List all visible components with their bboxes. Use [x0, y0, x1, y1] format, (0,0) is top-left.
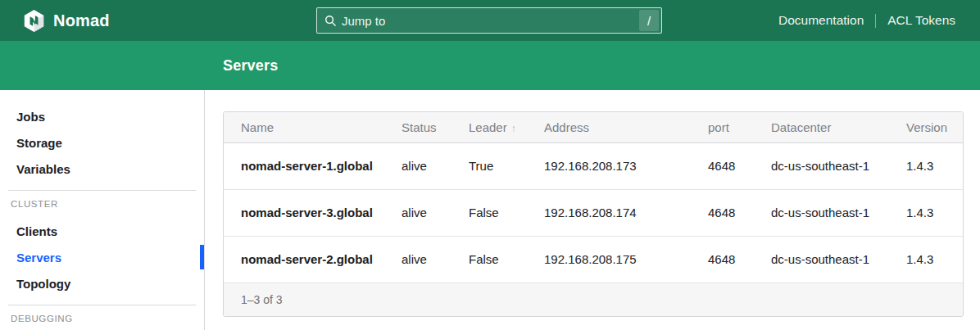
jump-to-input[interactable]	[337, 14, 639, 28]
brand-name: Nomad	[53, 11, 110, 30]
main-content: Name Status Leader↑ Address port Datacen…	[205, 90, 980, 330]
sidebar-primary-menu: Jobs Storage Variables	[0, 103, 204, 182]
documentation-link[interactable]: Documentation	[778, 13, 864, 28]
table-row[interactable]: nomad-server-1.global alive True 192.168…	[224, 142, 963, 189]
column-header-version[interactable]: Version	[889, 112, 963, 142]
column-header-leader-label: Leader	[469, 120, 507, 134]
top-nav: Nomad / Documentation ACL Tokens	[0, 0, 980, 41]
acl-tokens-link[interactable]: ACL Tokens	[887, 13, 955, 28]
sidebar-item-jobs[interactable]: Jobs	[0, 103, 204, 129]
server-status: alive	[384, 142, 451, 189]
table-header-row: Name Status Leader↑ Address port Datacen…	[224, 112, 963, 142]
server-name[interactable]: nomad-server-3.global	[224, 189, 384, 236]
servers-table: Name Status Leader↑ Address port Datacen…	[223, 111, 964, 317]
server-version: 1.4.3	[889, 236, 963, 283]
page-title: Servers	[223, 57, 278, 75]
sidebar: Jobs Storage Variables CLUSTER Clients S…	[0, 90, 205, 330]
sidebar-section-debugging: DEBUGGING	[0, 313, 204, 324]
column-header-status[interactable]: Status	[384, 112, 451, 142]
sidebar-item-topology[interactable]: Topology	[0, 270, 204, 296]
column-header-address[interactable]: Address	[527, 112, 691, 142]
links-divider	[875, 14, 876, 28]
sort-ascending-icon: ↑	[511, 123, 516, 134]
server-name[interactable]: nomad-server-2.global	[224, 236, 384, 283]
nomad-brand[interactable]: Nomad	[23, 10, 316, 32]
search-icon	[324, 15, 337, 27]
server-status: alive	[384, 236, 451, 283]
column-header-port[interactable]: port	[691, 112, 754, 142]
table-row[interactable]: nomad-server-2.global alive False 192.16…	[224, 236, 963, 283]
table-row[interactable]: nomad-server-3.global alive False 192.16…	[224, 189, 963, 236]
server-version: 1.4.3	[889, 142, 963, 189]
sidebar-divider	[8, 305, 196, 305]
sidebar-item-servers[interactable]: Servers	[0, 244, 204, 270]
server-leader: False	[451, 189, 527, 236]
server-name[interactable]: nomad-server-1.global	[224, 142, 384, 189]
sidebar-section-cluster: CLUSTER	[0, 198, 204, 210]
server-datacenter: dc-us-southeast-1	[754, 189, 889, 236]
server-port: 4648	[691, 189, 754, 236]
slash-shortcut-badge: /	[639, 10, 659, 31]
column-header-datacenter[interactable]: Datacenter	[754, 112, 889, 142]
nomad-logo-icon	[23, 10, 45, 32]
server-status: alive	[384, 189, 451, 236]
column-header-leader[interactable]: Leader↑	[451, 112, 527, 142]
page-header: Servers	[0, 41, 980, 90]
server-address: 192.168.208.174	[527, 189, 691, 236]
server-port: 4648	[691, 142, 754, 189]
sidebar-divider	[8, 190, 196, 191]
pagination-summary: 1–3 of 3	[224, 283, 963, 316]
server-datacenter: dc-us-southeast-1	[754, 142, 889, 189]
sidebar-item-storage[interactable]: Storage	[0, 129, 204, 156]
sidebar-cluster-menu: Clients Servers Topology	[0, 218, 204, 296]
column-header-name[interactable]: Name	[224, 112, 384, 142]
server-port: 4648	[691, 236, 754, 283]
server-datacenter: dc-us-southeast-1	[754, 236, 889, 283]
server-leader: True	[451, 142, 527, 189]
sidebar-item-variables[interactable]: Variables	[0, 156, 204, 182]
server-address: 192.168.208.173	[527, 142, 691, 189]
sidebar-item-clients[interactable]: Clients	[0, 218, 204, 244]
server-version: 1.4.3	[889, 189, 963, 236]
server-address: 192.168.208.175	[527, 236, 691, 283]
topnav-links: Documentation ACL Tokens	[662, 13, 955, 28]
jump-to-search[interactable]: /	[316, 7, 662, 34]
server-leader: False	[451, 236, 527, 283]
